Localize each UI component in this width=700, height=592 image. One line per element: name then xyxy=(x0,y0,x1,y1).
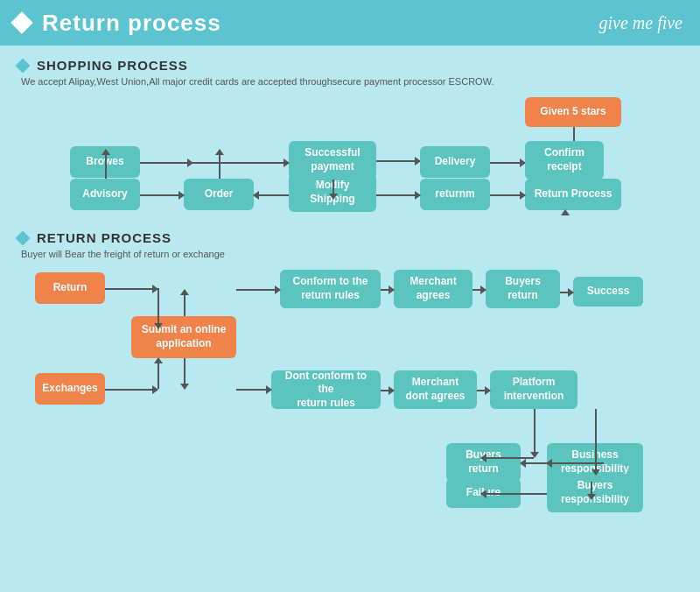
confirm-receipt-box: Confirmreceipt xyxy=(525,141,604,180)
merchant-agrees-box: Merchantagrees xyxy=(394,270,472,308)
buyers-return1-box: Buyersreturn xyxy=(486,270,560,308)
return-section-header: RETURN PROCESS xyxy=(18,230,682,245)
shopping-title: SHOPPING PROCESS xyxy=(37,58,188,73)
diamond2-icon xyxy=(16,230,31,245)
platform-box: Platformintervention xyxy=(490,370,578,409)
header-diamond-icon xyxy=(10,11,32,33)
order-box: Order xyxy=(184,179,254,210)
submit-online-box: Submit an onlineapplication xyxy=(131,316,236,358)
buyers-return2-box: Buyersreturn xyxy=(446,443,521,482)
return-box: Return xyxy=(35,272,105,304)
conform-return-box: Conform to thereturn rules xyxy=(280,270,381,308)
shopping-section-header: SHOPPING PROCESS xyxy=(18,58,682,73)
given-5-stars-box: Given 5 stars xyxy=(525,97,621,127)
merchant-dont-box: Merchantdont agrees xyxy=(394,370,477,409)
logo-text: give me five xyxy=(599,13,683,33)
return-process-box: Return Process xyxy=(525,179,621,210)
delivery-box: Delivery xyxy=(420,146,490,178)
exchanges-box: Exchanges xyxy=(35,373,105,405)
success-box: Success xyxy=(573,277,643,307)
return-title: RETURN PROCESS xyxy=(37,230,172,245)
returnm-box: returnm xyxy=(420,179,490,210)
diamond-icon xyxy=(16,58,31,73)
advisory-box: Advisory xyxy=(70,179,140,210)
page-title: Return process xyxy=(42,10,221,37)
header: Return process give me five xyxy=(0,0,700,46)
dont-conform-box: Dont conform to thereturn rules xyxy=(271,370,381,409)
return-desc: Buyer will Bear the freight of return or… xyxy=(18,249,682,259)
shopping-flow-diagram: Given 5 stars Browes Successfulpayment D… xyxy=(18,95,682,227)
return-flow-diagram: Return Exchanges Submit an onlineapplica… xyxy=(18,268,682,504)
shopping-desc: We accept Alipay,West Union,All major cr… xyxy=(18,76,682,87)
main-content: SHOPPING PROCESS We accept Alipay,West U… xyxy=(0,46,700,517)
